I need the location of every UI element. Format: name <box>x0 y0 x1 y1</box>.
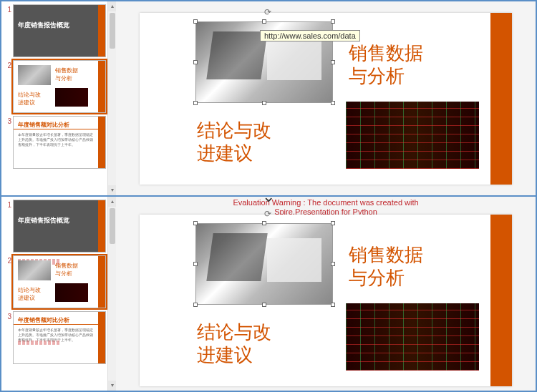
text-conclusion[interactable]: 结论与改 进建议 <box>197 320 271 366</box>
accent-bar <box>98 61 105 112</box>
text-line: 结论与改 <box>197 321 271 343</box>
chevron-down-icon: ⌄ <box>262 187 275 206</box>
text-line: 与分析 <box>349 267 405 288</box>
scroll-down-button[interactable]: ▾ <box>108 185 116 195</box>
resize-handle[interactable] <box>262 101 266 105</box>
thumbnail-row-1[interactable]: 1 年度销售报告概览 <box>4 4 106 57</box>
thumbnail-row-3[interactable]: 3 年度销售额对比分析 本年度销量较去年增长显著，季度数据呈现稳定上升趋势。市场… <box>4 116 106 169</box>
after-pane: 1 年度销售报告概览 2 销售数据 与分析 结论与改 进建议 <box>1 196 536 391</box>
thumb1-title: 年度销售报告概览 <box>18 216 69 225</box>
thumbnail-number: 1 <box>4 4 13 14</box>
slide-editor[interactable]: ⟳ http://www.sales.com/data 销售数据 与分析 <box>116 1 536 195</box>
thumbnail-number: 2 <box>4 60 13 69</box>
accent-bar <box>98 200 105 252</box>
before-pane: 1 年度销售报告概览 2 销售数据 与分析 结论与改 进建议 <box>1 1 536 196</box>
resize-handle[interactable] <box>193 221 198 225</box>
thumbnail-row-3[interactable]: 3 年度销售额对比分析 本年度销量较去年增长显著，季度数据呈现稳定上升趋势。市场… <box>4 311 106 364</box>
accent-bar <box>98 117 105 168</box>
resize-handle[interactable] <box>331 262 335 266</box>
thumbnail-slide-2[interactable]: 销售数据 与分析 结论与改 进建议 <box>13 60 106 113</box>
rotate-handle-icon[interactable]: ⟳ <box>264 7 271 17</box>
scroll-down-button[interactable]: ▾ <box>108 381 116 391</box>
thumbnail-row-1[interactable]: 1 年度销售报告概览 <box>4 200 106 253</box>
resize-handle[interactable] <box>262 303 266 307</box>
notebook-image[interactable] <box>196 224 332 304</box>
scroll-up-button[interactable]: ▴ <box>108 197 116 207</box>
image-selection-box[interactable] <box>195 223 333 305</box>
thumbnail-number: 1 <box>4 200 13 209</box>
resize-handle[interactable] <box>193 60 198 64</box>
resize-handle[interactable] <box>331 221 335 225</box>
thumbnail-number: 2 <box>4 255 13 265</box>
thumb-image <box>18 65 51 85</box>
text-sales-data[interactable]: 销售数据 与分析 <box>349 243 423 289</box>
stock-ticker-image[interactable] <box>346 102 479 169</box>
resize-handle[interactable] <box>193 262 198 266</box>
resize-handle[interactable] <box>262 19 266 24</box>
thumbnail-slide-1[interactable]: 年度销售报告概览 <box>13 200 106 253</box>
resize-handle[interactable] <box>331 303 335 307</box>
hyperlink-tooltip: http://www.sales.com/data <box>260 30 360 41</box>
divider-line <box>14 129 105 129</box>
thumb-image <box>55 88 88 107</box>
thumb-image <box>55 283 88 302</box>
thumbnail-list: 1 年度销售报告概览 2 销售数据 与分析 结论与改 进建议 <box>1 1 107 195</box>
thumbnail-panel: 1 年度销售报告概览 2 销售数据 与分析 结论与改 进建议 <box>1 197 116 391</box>
thumbnail-slide-3[interactable]: 年度销售额对比分析 本年度销量较去年增长显著，季度数据呈现稳定上升趋势。市场推广… <box>13 116 106 169</box>
slide-canvas[interactable]: ⟳ http://www.sales.com/data 销售数据 与分析 <box>140 13 512 185</box>
text-line: 进建议 <box>197 142 253 164</box>
thumb-text: 销售数据 与分析 <box>55 67 78 82</box>
text-line: 结论与改 <box>197 119 271 141</box>
thumbnail-scrollbar[interactable]: ▴ ▾ <box>107 1 116 195</box>
thumbnail-row-2[interactable]: 2 销售数据 与分析 结论与改 进建议 <box>4 255 106 308</box>
thumb-image <box>18 260 51 280</box>
accent-bar <box>98 256 105 308</box>
spellcheck-underline <box>18 340 61 345</box>
scroll-track[interactable] <box>108 50 116 185</box>
text-line: 进建议 <box>197 344 253 366</box>
accent-bar <box>490 215 512 386</box>
scroll-thumb[interactable] <box>110 208 115 244</box>
resize-handle[interactable] <box>193 101 198 105</box>
thumb-text: 结论与改 进建议 <box>18 286 41 302</box>
divider-line <box>14 324 105 325</box>
thumbnail-slide-1[interactable]: 年度销售报告概览 <box>13 4 106 57</box>
thumbnail-panel: 1 年度销售报告概览 2 销售数据 与分析 结论与改 进建议 <box>1 1 116 195</box>
stock-ticker-image[interactable] <box>346 303 479 371</box>
accent-bar <box>490 13 512 185</box>
thumb1-title: 年度销售报告概览 <box>18 21 69 30</box>
thumbnail-row-2[interactable]: 2 销售数据 与分析 结论与改 进建议 <box>4 60 106 113</box>
scroll-thumb[interactable] <box>110 13 115 49</box>
thumb-text: 销售数据 与分析 <box>55 262 78 278</box>
thumbnail-number: 3 <box>4 311 13 320</box>
resize-handle[interactable] <box>331 101 335 105</box>
resize-handle[interactable] <box>193 19 198 24</box>
thumb3-title: 年度销售额对比分析 <box>18 316 69 324</box>
text-sales-data[interactable]: 销售数据 与分析 <box>349 41 423 87</box>
thumbnail-slide-2[interactable]: 销售数据 与分析 结论与改 进建议 <box>13 255 106 308</box>
resize-handle[interactable] <box>331 60 335 64</box>
scroll-track[interactable] <box>108 245 116 381</box>
slide-canvas[interactable]: ⟳ 销售数据 与分析 结论与改 <box>140 215 512 386</box>
thumb3-title: 年度销售额对比分析 <box>18 121 69 129</box>
accent-bar <box>98 5 105 57</box>
scroll-up-button[interactable]: ▴ <box>108 1 116 11</box>
thumbnail-slide-3[interactable]: 年度销售额对比分析 本年度销量较去年增长显著，季度数据呈现稳定上升趋势。市场推广… <box>13 311 106 364</box>
thumb-text: 结论与改 进建议 <box>18 91 41 107</box>
eval-warning-line1: Evaluation Warning : The document was cr… <box>233 198 418 207</box>
text-line: 销售数据 <box>349 244 423 265</box>
slide-editor[interactable]: Evaluation Warning : The document was cr… <box>116 197 536 391</box>
text-line: 与分析 <box>349 65 405 87</box>
resize-handle[interactable] <box>262 221 266 225</box>
thumb3-body: 本年度销量较去年增长显著，季度数据呈现稳定上升趋势。市场推广投入增加带动核心产品… <box>18 132 95 147</box>
thumbnail-list: 1 年度销售报告概览 2 销售数据 与分析 结论与改 进建议 <box>1 197 107 391</box>
resize-handle[interactable] <box>331 19 335 24</box>
text-line: 销售数据 <box>349 42 423 64</box>
rotate-handle-icon[interactable]: ⟳ <box>264 209 271 219</box>
text-conclusion[interactable]: 结论与改 进建议 <box>197 119 271 165</box>
thumbnail-number: 3 <box>4 116 13 125</box>
accent-bar <box>98 312 105 363</box>
thumbnail-scrollbar[interactable]: ▴ ▾ <box>107 197 116 391</box>
resize-handle[interactable] <box>193 303 198 307</box>
comparison-container: 1 年度销售报告概览 2 销售数据 与分析 结论与改 进建议 <box>0 0 537 392</box>
